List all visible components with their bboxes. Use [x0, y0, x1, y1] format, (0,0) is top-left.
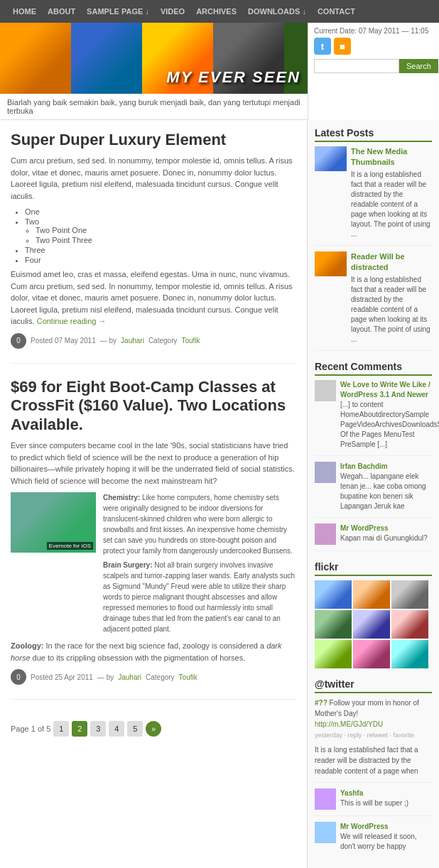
comment-2: Irfan Bachdim Wegah... lapangane elek te…	[315, 462, 432, 518]
nav-home[interactable]: HOME	[7, 0, 42, 23]
list-item: One	[25, 207, 296, 216]
flickr-5[interactable]	[353, 610, 390, 639]
twitter-post-2-body: We will released it soon, don't worry be…	[340, 832, 417, 850]
twitter-item-1: #?? Follow your mom in honor of Mother's…	[315, 698, 432, 741]
flickr-title: flickr	[315, 561, 432, 576]
nav-sample[interactable]: SAMPLE PAGE ↓	[81, 0, 155, 23]
twitter-post-1-author[interactable]: Yashfa	[340, 788, 408, 798]
comment-3-body: Kapan mai di Gunungkidul?	[340, 534, 428, 542]
post-1-category[interactable]: Toufik	[181, 337, 200, 345]
site-tagline: Biarlah yang baik semakin baik, yang bur…	[0, 94, 308, 120]
post-1-list: One Two Two Point One Two Point Three Th…	[25, 207, 296, 264]
flickr-1[interactable]	[315, 580, 352, 609]
flickr-7[interactable]	[315, 640, 352, 668]
list-item: Three	[25, 246, 296, 254]
page-5[interactable]: 5	[127, 721, 143, 737]
page-3[interactable]: 3	[90, 721, 106, 737]
post-2-avatar: 0	[11, 669, 26, 685]
sidebar: Latest Posts The New Media Thumbnails It…	[308, 120, 439, 868]
latest-posts-title: Latest Posts	[315, 127, 432, 142]
post-2-media: Evernote for iOS Chemistry: Like home co…	[11, 492, 296, 634]
rss-icon[interactable]: ■	[334, 38, 351, 55]
list-item: Two Point Three	[36, 236, 296, 244]
flickr-4[interactable]	[315, 610, 352, 639]
post-2-brain-surgery: Brain Surgery: Not all brain surgery inv…	[103, 560, 296, 634]
twitter-link[interactable]: http://m.ME/GJd/YDU	[315, 720, 383, 728]
latest-post-2: Reader Will be distracted It is a long e…	[315, 251, 432, 351]
post-1-title: Super Duper Luxury Element	[11, 131, 296, 149]
page-4[interactable]: 4	[109, 721, 124, 737]
banner-img-1	[0, 23, 71, 94]
list-item: Two Two Point One Two Point Three	[25, 217, 296, 244]
flickr-grid	[315, 580, 432, 668]
latest-posts-section: Latest Posts The New Media Thumbnails It…	[315, 127, 432, 351]
post-2-title: $69 for Eight Boot-Camp Classes at Cross…	[11, 378, 296, 434]
pagination: Page 1 of 5 1 2 3 4 5 »	[11, 714, 296, 744]
page-2[interactable]: 2	[72, 721, 87, 737]
nav-downloads[interactable]: DOWNLOADS ↓	[242, 0, 312, 23]
post-2-category-label: Category	[146, 673, 175, 681]
comment-1: We Love to Write We Like / WordPress 3.1…	[315, 380, 432, 456]
twitter-post-1-body: This is will be super ;)	[340, 799, 408, 807]
search-button[interactable]: Search	[399, 59, 438, 73]
post-1: Super Duper Luxury Element Cum arcu pret…	[11, 131, 296, 364]
post-2-title-link[interactable]: $69 for Eight Boot-Camp Classes at Cross…	[11, 378, 286, 433]
latest-post-2-excerpt: It is a long established fact that a rea…	[351, 276, 430, 343]
comment-1-text: We Love to Write We Like / WordPress 3.1…	[340, 380, 439, 450]
comment-1-author[interactable]: We Love to Write We Like / WordPress 3.1…	[340, 380, 439, 400]
page-next[interactable]: »	[146, 721, 161, 737]
post-1-avatar: 0	[11, 333, 26, 349]
comment-2-author[interactable]: Irfan Bachdim	[340, 462, 432, 472]
twitter-icon[interactable]: t	[314, 38, 331, 55]
twitter-avatar-1	[315, 788, 336, 810]
flickr-8[interactable]	[353, 640, 390, 668]
comment-3-avatar	[315, 523, 336, 545]
post-2-chemistry: Chemistry: Like home computers, home che…	[103, 492, 296, 556]
post-1-meta: 0 Posted 07 May 2011 — by Jauhari Catego…	[11, 333, 296, 349]
flickr-2[interactable]	[353, 580, 390, 609]
twitter-post-2: Mr WordPress We will released it soon, d…	[315, 815, 432, 852]
comment-3-text: Mr WordPress Kapan mai di Gunungkidul?	[340, 523, 428, 545]
post-1-title-link[interactable]: Super Duper Luxury Element	[11, 131, 226, 148]
search-input[interactable]	[314, 59, 399, 73]
latest-post-2-link[interactable]: Reader Will be distracted	[351, 251, 432, 273]
main-content: Super Duper Luxury Element Cum arcu pret…	[0, 120, 308, 868]
media-label: Evernote for iOS	[47, 542, 93, 550]
comment-2-avatar	[315, 462, 336, 483]
post-2-zoology: Zoology: In the race for the next big sc…	[11, 640, 296, 663]
post-category-label: Category	[148, 337, 178, 345]
post-1-author[interactable]: Jauhari	[121, 337, 144, 345]
flickr-3[interactable]	[391, 580, 428, 609]
post-2-category[interactable]: Toufik	[179, 673, 197, 681]
latest-post-1-link[interactable]: The New Media Thumbnails	[351, 146, 432, 168]
content-wrapper: Super Duper Luxury Element Cum arcu pret…	[0, 120, 439, 868]
nav-contact[interactable]: CONTACT	[312, 0, 361, 23]
site-title: MY EVER SEEN	[166, 68, 300, 87]
nav-video[interactable]: VIDEO	[155, 0, 190, 23]
post-2-excerpt: Ever since computers became cool in the …	[11, 440, 296, 487]
current-date: Current Date: 07 May 2011 — 11:05	[314, 27, 433, 35]
post-1-body: Euismod amet leo, cras et massa, eleifen…	[11, 268, 296, 327]
post-2-author[interactable]: Jauhari	[118, 673, 141, 681]
post-1-date: Posted 07 May 2011	[31, 337, 96, 345]
latest-post-1: The New Media Thumbnails It is a long es…	[315, 146, 432, 246]
site-banner: MY EVER SEEN	[0, 23, 308, 94]
flickr-9[interactable]	[391, 640, 428, 668]
twitter-avatar-2	[315, 822, 336, 843]
continue-reading-link[interactable]: Continue reading →	[37, 317, 107, 325]
comment-3: Mr WordPress Kapan mai di Gunungkidul?	[315, 523, 432, 551]
post-by: — by	[100, 337, 116, 345]
list-item: Two Point One	[36, 226, 296, 234]
latest-post-1-text: The New Media Thumbnails It is a long es…	[351, 146, 432, 239]
latest-post-2-thumb	[315, 251, 347, 276]
nav-archives[interactable]: ARCHIVES	[190, 0, 242, 23]
flickr-6[interactable]	[391, 610, 428, 639]
comment-3-author[interactable]: Mr WordPress	[340, 523, 428, 533]
comment-2-body: Wegah... lapangane elek tenan je... kae …	[340, 472, 426, 510]
page-1[interactable]: 1	[53, 721, 69, 737]
twitter-post-2-author[interactable]: Mr WordPress	[340, 822, 432, 832]
nav-about[interactable]: ABOUT	[42, 0, 81, 23]
latest-post-1-thumb	[315, 146, 347, 171]
recent-comments-title: Recent Comments	[315, 361, 432, 376]
post-2: $69 for Eight Boot-Camp Classes at Cross…	[11, 378, 296, 700]
